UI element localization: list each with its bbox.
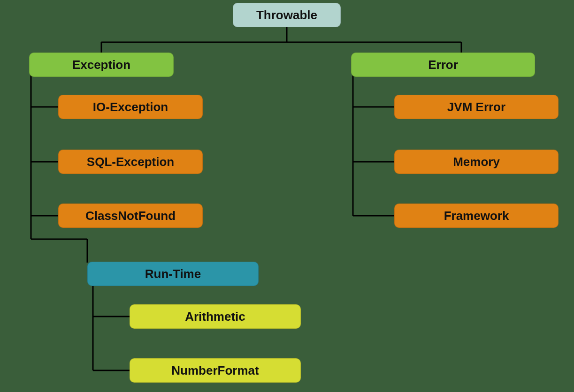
node-memory: Memory [394, 150, 559, 174]
node-classnotfound: ClassNotFound [58, 204, 203, 228]
node-throwable: Throwable [233, 3, 341, 27]
node-framework: Framework [394, 204, 559, 228]
node-exception: Exception [29, 53, 174, 77]
node-sql-exception: SQL-Exception [58, 150, 203, 174]
node-jvm-error: JVM Error [394, 95, 559, 119]
node-arithmetic: Arithmetic [130, 304, 301, 329]
node-io-exception: IO-Exception [58, 95, 203, 119]
node-numberformat: NumberFormat [130, 358, 301, 383]
node-runtime: Run-Time [87, 262, 259, 286]
node-error: Error [351, 53, 535, 77]
